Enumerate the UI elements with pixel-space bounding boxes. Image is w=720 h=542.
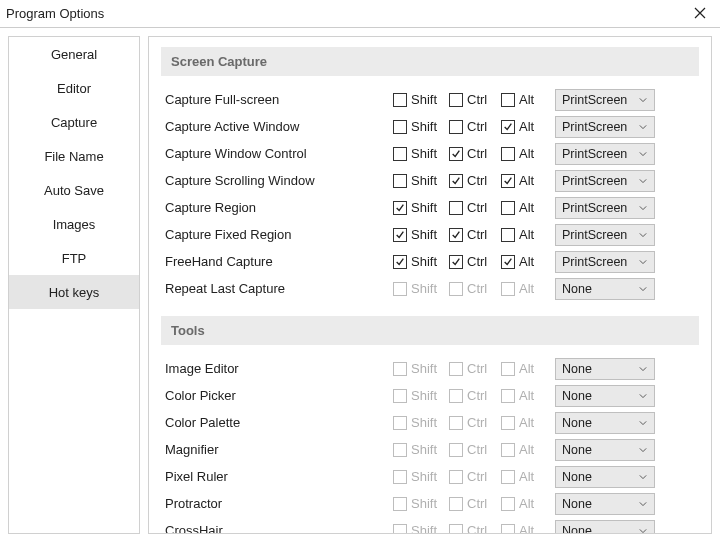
window-title: Program Options <box>6 6 104 21</box>
alt-label: Alt <box>519 415 534 430</box>
ctrl-label: Ctrl <box>467 361 487 376</box>
alt-checkbox[interactable] <box>501 120 515 134</box>
ctrl-checkbox[interactable] <box>449 174 463 188</box>
ctrl-label: Ctrl <box>467 523 487 534</box>
sidebar-item[interactable]: FTP <box>9 241 139 275</box>
chevron-down-icon <box>636 528 650 534</box>
ctrl-label: Ctrl <box>467 119 487 134</box>
key-dropdown[interactable]: None <box>555 493 655 515</box>
chevron-down-icon <box>636 151 650 157</box>
alt-checkbox <box>501 443 515 457</box>
sidebar-item-label: General <box>51 47 97 62</box>
chevron-down-icon <box>636 420 650 426</box>
shift-checkbox[interactable] <box>393 255 407 269</box>
shift-label: Shift <box>411 415 437 430</box>
sidebar-item-label: File Name <box>44 149 103 164</box>
shift-checkbox[interactable] <box>393 174 407 188</box>
key-dropdown[interactable]: PrintScreen <box>555 224 655 246</box>
ctrl-checkbox[interactable] <box>449 147 463 161</box>
ctrl-checkbox <box>449 524 463 535</box>
ctrl-checkbox[interactable] <box>449 120 463 134</box>
sidebar-item[interactable]: Hot keys <box>9 275 139 309</box>
ctrl-checkbox <box>449 362 463 376</box>
shift-label: Shift <box>411 388 437 403</box>
alt-checkbox[interactable] <box>501 147 515 161</box>
key-dropdown[interactable]: PrintScreen <box>555 89 655 111</box>
shift-checkbox <box>393 389 407 403</box>
alt-checkbox <box>501 389 515 403</box>
alt-checkbox[interactable] <box>501 228 515 242</box>
key-dropdown[interactable]: PrintScreen <box>555 143 655 165</box>
alt-checkbox <box>501 362 515 376</box>
hotkey-row: Color PickerShiftCtrlAltNone <box>161 382 699 409</box>
close-icon[interactable] <box>688 4 712 24</box>
alt-label: Alt <box>519 496 534 511</box>
shift-label: Shift <box>411 496 437 511</box>
shift-checkbox[interactable] <box>393 228 407 242</box>
hotkey-row: Capture Window ControlShiftCtrlAltPrintS… <box>161 140 699 167</box>
ctrl-label: Ctrl <box>467 254 487 269</box>
ctrl-label: Ctrl <box>467 388 487 403</box>
ctrl-checkbox[interactable] <box>449 201 463 215</box>
ctrl-checkbox[interactable] <box>449 93 463 107</box>
sidebar-item[interactable]: General <box>9 37 139 71</box>
shift-checkbox <box>393 524 407 535</box>
ctrl-label: Ctrl <box>467 92 487 107</box>
hotkey-label: Capture Window Control <box>165 146 393 161</box>
ctrl-label: Ctrl <box>467 442 487 457</box>
hotkey-row: FreeHand CaptureShiftCtrlAltPrintScreen <box>161 248 699 275</box>
sidebar-item[interactable]: Auto Save <box>9 173 139 207</box>
key-dropdown[interactable]: PrintScreen <box>555 251 655 273</box>
shift-checkbox[interactable] <box>393 147 407 161</box>
sidebar-item[interactable]: File Name <box>9 139 139 173</box>
key-dropdown[interactable]: PrintScreen <box>555 170 655 192</box>
key-dropdown-value: PrintScreen <box>562 174 636 188</box>
ctrl-checkbox[interactable] <box>449 228 463 242</box>
sidebar-item[interactable]: Capture <box>9 105 139 139</box>
alt-checkbox[interactable] <box>501 201 515 215</box>
hotkey-row: ProtractorShiftCtrlAltNone <box>161 490 699 517</box>
key-dropdown-value: PrintScreen <box>562 120 636 134</box>
hotkey-label: Color Palette <box>165 415 393 430</box>
shift-label: Shift <box>411 254 437 269</box>
key-dropdown[interactable]: None <box>555 466 655 488</box>
sidebar-item[interactable]: Images <box>9 207 139 241</box>
chevron-down-icon <box>636 232 650 238</box>
key-dropdown[interactable]: None <box>555 412 655 434</box>
alt-label: Alt <box>519 281 534 296</box>
ctrl-checkbox[interactable] <box>449 255 463 269</box>
shift-label: Shift <box>411 361 437 376</box>
alt-checkbox <box>501 524 515 535</box>
shift-label: Shift <box>411 523 437 534</box>
alt-checkbox[interactable] <box>501 93 515 107</box>
key-dropdown[interactable]: None <box>555 358 655 380</box>
sidebar-item[interactable]: Editor <box>9 71 139 105</box>
shift-checkbox <box>393 282 407 296</box>
sidebar-item-label: Hot keys <box>49 285 100 300</box>
chevron-down-icon <box>636 205 650 211</box>
chevron-down-icon <box>636 366 650 372</box>
alt-label: Alt <box>519 92 534 107</box>
key-dropdown[interactable]: None <box>555 439 655 461</box>
key-dropdown-value: PrintScreen <box>562 147 636 161</box>
alt-checkbox[interactable] <box>501 174 515 188</box>
alt-checkbox <box>501 416 515 430</box>
shift-checkbox <box>393 362 407 376</box>
shift-label: Shift <box>411 281 437 296</box>
hotkey-row: Image EditorShiftCtrlAltNone <box>161 355 699 382</box>
shift-checkbox[interactable] <box>393 93 407 107</box>
key-dropdown[interactable]: None <box>555 385 655 407</box>
key-dropdown[interactable]: None <box>555 278 655 300</box>
alt-checkbox[interactable] <box>501 255 515 269</box>
sidebar-item-label: Auto Save <box>44 183 104 198</box>
key-dropdown[interactable]: PrintScreen <box>555 197 655 219</box>
shift-label: Shift <box>411 227 437 242</box>
hotkey-row: MagnifierShiftCtrlAltNone <box>161 436 699 463</box>
key-dropdown[interactable]: None <box>555 520 655 535</box>
shift-checkbox[interactable] <box>393 201 407 215</box>
key-dropdown[interactable]: PrintScreen <box>555 116 655 138</box>
shift-checkbox[interactable] <box>393 120 407 134</box>
alt-label: Alt <box>519 361 534 376</box>
alt-label: Alt <box>519 523 534 534</box>
hotkey-label: Capture Scrolling Window <box>165 173 393 188</box>
